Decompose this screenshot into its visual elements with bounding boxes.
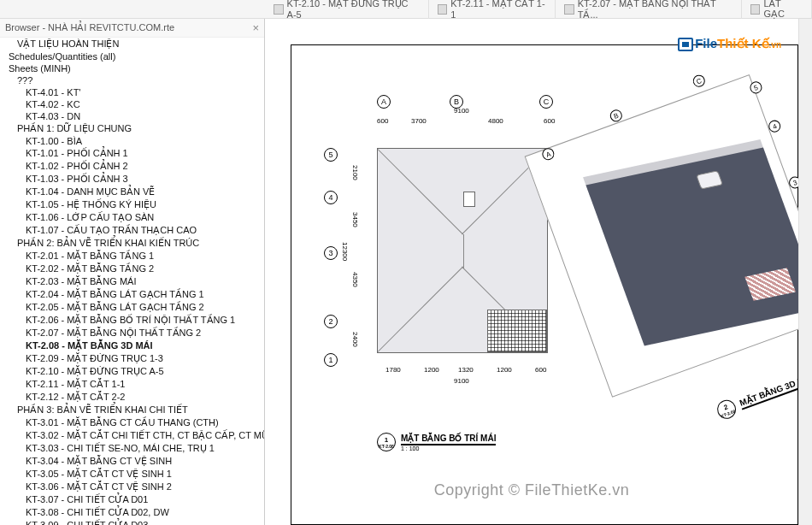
tree-item[interactable]: KT-4.02 - KC [2, 98, 264, 110]
project-tree: VẬT LIỆU HOÀN THIỆNSchedules/Quantities … [0, 38, 264, 525]
view-title-1: 1 KT-2.08 MẶT BẰNG BỐ TRÍ MÁI 1 : 100 [377, 433, 496, 451]
tree-item[interactable]: KT-2.11 - MẶT CẮT 1-1 [2, 378, 264, 391]
title-text: MẶT BẰNG 3D MÁI [738, 373, 798, 410]
sheet-border: A B C 5 4 3 2 1 600 3700 4800 600 9100 2… [291, 44, 798, 525]
vertical-scrollbar[interactable] [798, 19, 812, 525]
document-tabs: KT-2.10 - MẶT ĐỨNG TRỤC A-5 KT-2.11 - MẶ… [0, 0, 812, 19]
dim-top-0: 600 [377, 117, 388, 125]
sheet-icon [438, 4, 448, 15]
tree-item[interactable]: KT-3.07 - CHI TIẾT CỬA D01 [2, 493, 264, 506]
grid-bubble-c: C [539, 95, 553, 109]
tree-item[interactable]: KT-1.02 - PHỐI CẢNH 2 [2, 160, 264, 173]
dim-bot-2: 1320 [458, 366, 474, 374]
tree-item[interactable]: KT-3.03 - CHI TIẾT SE-NO, MÁI CHE, TRỤ 1 [2, 442, 264, 455]
tree-item[interactable]: KT-1.03 - PHỐI CẢNH 3 [2, 173, 264, 186]
tab-label: LÁT GẠC [763, 0, 803, 20]
tree-item[interactable]: Schedules/Quantities (all) [2, 50, 264, 62]
grid-bubble-2: 2 [324, 315, 338, 328]
tree-item[interactable]: KT-2.06 - MẶT BẰNG BỐ TRÍ NỘI THẤT TẦNG … [2, 314, 264, 327]
tree-item[interactable]: KT-3.09 - CHI TIẾT CỬA D03 [2, 519, 264, 525]
grid-bubble-1: 1 [324, 353, 338, 367]
tree-item[interactable]: KT-2.03 - MẶT BẰNG MÁI [2, 275, 264, 288]
tree-item[interactable]: KT-2.10 - MẶT ĐỨNG TRỤC A-5 [2, 365, 264, 378]
title-sheet: KT-2.08 [720, 408, 736, 418]
tree-item[interactable]: KT-3.05 - MẶT CẮT CT VỆ SINH 1 [2, 468, 264, 481]
grid-bubble-a: A [377, 95, 391, 109]
tree-item[interactable]: ??? [2, 74, 264, 86]
tree-item[interactable]: KT-2.02 - MẶT BẰNG TẦNG 2 [2, 262, 264, 275]
logo-part3: .vn [769, 40, 781, 50]
dim-bot-0: 1780 [385, 366, 401, 374]
tree-item[interactable]: KT-3.01 - MẶT BẰNG CT CẦU THANG (CTH) [2, 416, 264, 429]
title-text: MẶT BẰNG BỐ TRÍ MÁI [401, 434, 496, 445]
grid-bubble-5: 5 [324, 148, 338, 162]
tree-item[interactable]: KT-4.01 - KT' [2, 86, 264, 98]
view-title-2: 2 KT-2.08 MẶT BẰNG 3D MÁI [715, 369, 798, 422]
tree-item[interactable]: KT-2.07 - MẶT BẰNG NỘI THẤT TẦNG 2 [2, 327, 264, 339]
ridge-line [463, 234, 464, 268]
logo-part1: File [695, 36, 717, 50]
sheet-icon [564, 4, 574, 15]
logo-part2: Thiết Kế [717, 36, 769, 50]
iso-grid-c: C [691, 74, 707, 89]
dim-top-3: 600 [544, 117, 555, 125]
tree-item[interactable]: KT-1.05 - HỆ THỐNG KÝ HIỆU [2, 198, 264, 211]
tree-item[interactable]: Sheets (MINH) [2, 62, 264, 74]
browser-title-text: Browser - NHÀ HẢI REVITCTU.COM.rte [5, 22, 174, 33]
tree-item[interactable]: KT-1.07 - CẤU TẠO TRẦN THẠCH CAO [2, 224, 264, 237]
tab-label: KT-2.10 - MẶT ĐỨNG TRỤC A-5 [287, 0, 420, 20]
dim-left-0: 2100 [351, 165, 359, 180]
dim-left-3: 2400 [351, 332, 359, 347]
close-icon[interactable]: × [252, 21, 259, 34]
grid-bubble-4: 4 [324, 191, 338, 204]
tree-item[interactable]: KT-3.02 - MẶT CẮT CHI TIẾT CTH, CT BẬC C… [2, 429, 264, 442]
roof-lattice [487, 310, 547, 352]
tree-item[interactable]: KT-3.04 - MẶT BẰNG CT VỆ SINH [2, 455, 264, 468]
tree-item[interactable]: PHẦN 2: BẢN VẼ TRIỂN KHAI KIẾN TRÚC [2, 237, 264, 250]
dim-left-total: 12300 [341, 242, 349, 261]
tree-item[interactable]: KT-1.01 - PHỐI CẢNH 1 [2, 147, 264, 160]
logo-icon [678, 38, 693, 51]
tree-item[interactable]: KT-2.08 - MẶT BẰNG 3D MÁI [2, 339, 264, 352]
tree-item[interactable]: VẬT LIỆU HOÀN THIỆN [2, 38, 264, 50]
dim-bot-total: 9100 [454, 377, 469, 385]
tree-item[interactable]: KT-1.06 - LỚP CẤU TẠO SÀN [2, 211, 264, 224]
title-scale: 1 : 100 [401, 445, 496, 451]
title-bubble-icon: 1 KT-2.08 [377, 433, 396, 451]
tree-item[interactable]: KT-2.01 - MẶT BẰNG TẦNG 1 [2, 250, 264, 262]
drawing-canvas[interactable]: FileThiết Kế.vn A B C 5 4 3 2 1 600 3700… [265, 19, 798, 525]
dim-left-2: 4350 [351, 272, 359, 287]
title-bubble-icon: 2 KT-2.08 [715, 398, 738, 422]
hip-line [378, 149, 463, 234]
tree-item[interactable]: KT-2.05 - MẶT BẰNG LÁT GẠCH TẦNG 2 [2, 301, 264, 314]
tree-item[interactable]: PHẦN 1: DỮ LIỆU CHUNG [2, 122, 264, 135]
dim-top-total: 9100 [454, 107, 469, 115]
tab-label: KT-2.07 - MẶT BẰNG NỘI THẤT TẦ... [578, 0, 733, 21]
project-browser[interactable]: Browser - NHÀ HẢI REVITCTU.COM.rte × VẬT… [0, 19, 265, 525]
tree-item[interactable]: KT-2.12 - MẶT CẮT 2-2 [2, 391, 264, 404]
dim-left-1: 3450 [351, 212, 359, 227]
tab-label: KT-2.11 - MẶT CẮT 1-1 [450, 0, 546, 20]
dim-bot-3: 1200 [497, 366, 512, 374]
watermark-logo: FileThiết Kế.vn [678, 36, 781, 51]
tree-item[interactable]: KT-1.04 - DANH MỤC BẢN VẼ [2, 186, 264, 198]
grid-bubble-3: 3 [324, 246, 338, 260]
dim-top-1: 3700 [411, 117, 427, 125]
tree-item[interactable]: KT-3.06 - MẶT CẮT CT VỆ SINH 2 [2, 481, 264, 493]
tree-item[interactable]: KT-2.09 - MẶT ĐỨNG TRỤC 1-3 [2, 352, 264, 365]
browser-titlebar: Browser - NHÀ HẢI REVITCTU.COM.rte × [0, 19, 264, 38]
dim-bot-1: 1200 [424, 366, 439, 374]
title-num: 1 [385, 436, 388, 444]
tree-item[interactable]: KT-4.03 - DN [2, 110, 264, 122]
tree-item[interactable]: PHẦN 3: BẢN VẼ TRIỂN KHAI CHI TIẾT [2, 404, 264, 416]
dim-top-2: 4800 [488, 117, 503, 125]
title-sheet: KT-2.08 [379, 444, 394, 449]
watermark-center: Copyright © FileThietKe.vn [434, 481, 629, 499]
dim-bot-4: 600 [535, 366, 546, 374]
sheet-icon [274, 4, 284, 15]
tree-item[interactable]: KT-3.08 - CHI TIẾT CỬA D02, DW [2, 506, 264, 519]
tree-item[interactable]: KT-1.00 - BÌA [2, 135, 264, 147]
roof-skylight [463, 192, 475, 207]
hip-line [378, 266, 463, 351]
tree-item[interactable]: KT-2.04 - MẶT BẰNG LÁT GẠCH TẦNG 1 [2, 288, 264, 301]
